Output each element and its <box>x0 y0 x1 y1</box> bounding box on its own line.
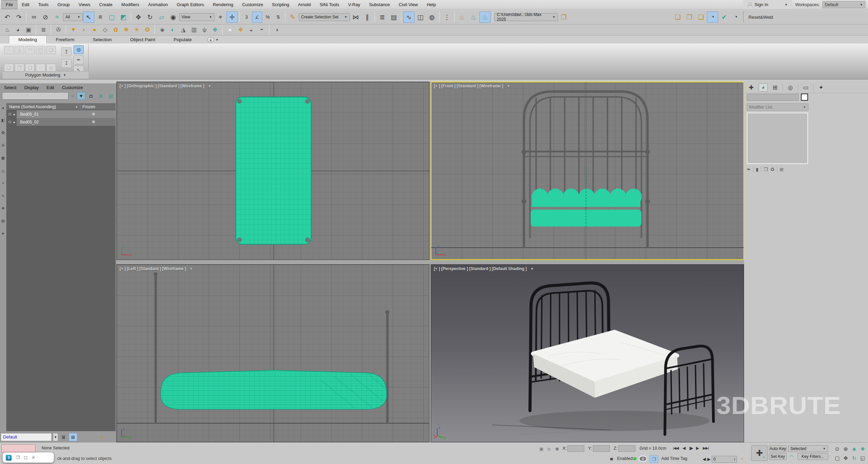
table-row[interactable]: ⊙ ● Bed05_02 ❄ <box>6 118 115 126</box>
zoom-all-icon[interactable]: ⊕ <box>841 445 850 453</box>
menu-vray[interactable]: V-Ray <box>344 0 364 9</box>
lock-selection-icon[interactable]: ◘ <box>546 445 552 452</box>
vray-ambient-light-icon[interactable]: ❋ <box>122 26 131 34</box>
selection-set-dropdown[interactable]: Default <box>1 433 52 441</box>
select-by-name-button[interactable]: ≡ <box>95 12 106 23</box>
toggle-layer-explorer-button[interactable]: ▤ <box>388 12 399 23</box>
sign-in-button[interactable]: Sign In ▼ <box>743 0 792 9</box>
perspective-canvas[interactable] <box>431 265 744 442</box>
select-and-manipulate-button[interactable]: ✛ <box>226 12 238 23</box>
menu-customize[interactable]: Customize <box>238 0 267 9</box>
viewport-label[interactable]: [+ ] [Perspective ] [Standard ] [Default… <box>434 266 534 271</box>
select-object-button[interactable]: ↖ <box>83 12 94 23</box>
collapse-to-below-button[interactable]: ↧ <box>61 59 72 68</box>
taskbar-preview-popup[interactable]: 3 ❐ □ ✕ <box>3 452 54 463</box>
object-name[interactable]: Bed05_01 <box>17 110 80 118</box>
viewport-label[interactable]: [+ ] [Orthographic ] [Standard ] [Wirefr… <box>120 84 211 88</box>
ribbon-tab-selection[interactable]: Selection <box>84 36 121 44</box>
vray-ies-light-icon[interactable]: ✿ <box>111 26 120 34</box>
edge-mode-button[interactable]: △ <box>15 46 24 54</box>
time-tag-cube-icon[interactable]: ❒ <box>650 455 658 463</box>
x-coordinate-field[interactable] <box>567 445 584 452</box>
vray-dome-light-icon[interactable]: ◗ <box>79 26 89 34</box>
render-setup-button[interactable]: ♨ <box>456 12 468 23</box>
viewport-front[interactable]: [+ ] [Front ] [Standard ] [Wireframe ] ▼ <box>431 82 744 260</box>
vray-logo-icon[interactable]: ◑ <box>272 26 281 34</box>
maximize-icon[interactable]: □ <box>24 455 27 460</box>
select-and-rotate-button[interactable]: ↻ <box>144 12 156 23</box>
viewport-label-text[interactable]: [+ ] [Orthographic ] [Standard ] [Wirefr… <box>120 84 204 88</box>
configure-modifier-sets-icon[interactable]: ⊞ <box>780 167 784 172</box>
toggle-lights-icon[interactable]: ❂ <box>1 131 4 135</box>
remove-modifier-icon[interactable]: ♻ <box>770 167 775 172</box>
vray-mesh-light-icon[interactable]: ◇ <box>100 26 110 34</box>
light-lister-icon[interactable]: ≣ <box>39 26 48 34</box>
bind-to-space-warp-button[interactable]: ≈ <box>51 12 63 23</box>
go-to-start-button[interactable]: |◀◀ <box>672 444 680 452</box>
show-end-result-button[interactable]: ◍ <box>74 45 84 54</box>
toggle-xrefs-icon[interactable]: ❖ <box>1 206 5 211</box>
spinner-snap-toggle-button[interactable]: ⇅ <box>273 12 283 23</box>
modify-tab[interactable]: ◕ <box>759 83 768 92</box>
y-coordinate-field[interactable] <box>593 445 610 452</box>
viewport-label-text[interactable]: [+ ] [Front ] [Standard ] [Wireframe ] <box>434 84 503 88</box>
enabled-count-badge[interactable]: 0 <box>639 456 647 462</box>
material-editor-button[interactable]: ◍ <box>426 12 438 23</box>
key-tangent-icon[interactable]: ◠ <box>788 453 795 460</box>
funnel-icon[interactable]: ▼ <box>507 84 510 88</box>
overflow-chevrons[interactable]: » <box>100 434 103 440</box>
viewport-orthographic[interactable]: [+ ] [Orthographic ] [Standard ] [Wirefr… <box>116 82 429 260</box>
hierarchy-view-icon[interactable]: ≣ <box>96 92 105 100</box>
window-crossing-button[interactable]: ◩ <box>118 12 129 23</box>
isolate-selection-icon[interactable]: ▣ <box>538 445 545 452</box>
undo-button[interactable]: ↶ <box>2 12 13 23</box>
vray-physical-camera-icon[interactable]: ◮ <box>179 26 188 34</box>
hierarchy-tab[interactable]: ⊞ <box>771 83 779 92</box>
vray-sun-icon[interactable]: ☀ <box>132 26 141 34</box>
filter-button[interactable]: ▼ <box>77 92 85 100</box>
schematic-view-button[interactable]: ◫ <box>415 12 426 23</box>
polygon-modeling-panel-header[interactable]: Polygon Modeling ▼ <box>3 71 89 79</box>
percent-snap-toggle-button[interactable]: % <box>263 12 273 23</box>
pin-stack-button[interactable]: ✒ <box>74 55 84 64</box>
mirror-button[interactable]: ⋈ <box>350 12 361 23</box>
object-color-swatch[interactable] <box>801 94 808 101</box>
clear-search-icon[interactable]: ✕ <box>69 94 76 99</box>
render-frame-window-icon[interactable]: ▣ <box>24 26 33 34</box>
shield-icon[interactable]: ◙ <box>608 455 615 462</box>
vray-displacement-icon[interactable]: ◓ <box>257 26 266 34</box>
menu-substance[interactable]: Substance <box>365 0 394 9</box>
redo-button[interactable]: ↷ <box>13 12 25 23</box>
left-canvas[interactable] <box>117 265 429 442</box>
edit-named-selection-sets-button[interactable]: ✎ <box>287 12 298 23</box>
table-row[interactable]: ⊙ ● Bed05_01 ❄ <box>6 110 115 118</box>
menu-graph-editors[interactable]: Graph Editors <box>172 0 208 9</box>
vray-fire-icon[interactable]: ❉ <box>210 26 220 34</box>
menu-file[interactable]: File <box>1 0 17 9</box>
chevron-down-icon[interactable]: ▼ <box>53 433 58 441</box>
go-to-end-button[interactable]: ▶▶| <box>702 444 710 452</box>
explorer-menu-edit[interactable]: Edit <box>47 85 59 90</box>
collapse-to-above-button[interactable]: ↥ <box>61 47 72 56</box>
ribbon-tab-populate[interactable]: Populate <box>164 36 201 44</box>
save-linked-button[interactable]: ❑ <box>695 12 707 23</box>
ribbon-tab-modeling[interactable]: Modeling <box>9 35 47 44</box>
close-icon[interactable]: ✕ <box>31 455 35 460</box>
menu-create[interactable]: Create <box>95 0 117 9</box>
render-flyout-button[interactable]: ⋮ <box>441 12 453 23</box>
previous-frame-button[interactable]: ◀| <box>681 444 686 452</box>
duplicate-window-icon[interactable]: ❐ <box>16 455 20 460</box>
menu-arnold[interactable]: Arnold <box>294 0 315 9</box>
name-column-header[interactable]: Name (Sorted Ascending) ▲ <box>6 104 80 109</box>
eye-icon[interactable]: ⊙ <box>8 112 11 116</box>
render-last-icon[interactable]: ◕ <box>13 26 22 34</box>
orthographic-canvas[interactable] <box>117 82 429 260</box>
use-pivot-center-button[interactable]: ⌖ <box>215 12 226 23</box>
reference-coordinate-dropdown[interactable]: View ▼ <box>179 13 215 21</box>
preview-multi-button[interactable]: ❑ <box>25 64 35 72</box>
absolute-offset-toggle-icon[interactable]: ⊕ <box>554 445 561 452</box>
project-folder-dropdown[interactable]: C:\Users\davi...\3ds Max 2025 ▼ <box>494 13 558 21</box>
viewport-label[interactable]: [+ ] [Front ] [Standard ] [Wireframe ] ▼ <box>434 84 510 88</box>
modifier-stack[interactable] <box>747 113 808 164</box>
set-keys-button[interactable]: ✚ ⚬ <box>751 445 768 461</box>
